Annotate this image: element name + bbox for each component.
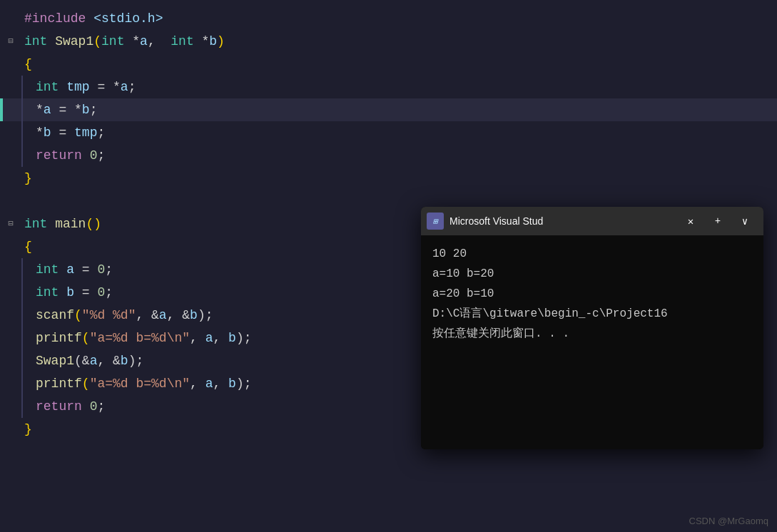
token: "a=%d b=%d\n" (90, 377, 190, 391)
token: int (36, 285, 59, 300)
terminal-add-button[interactable]: + (705, 210, 731, 232)
line-gutter (3, 76, 19, 98)
indent-bar (21, 395, 30, 418)
token: b (228, 377, 236, 391)
token: a (66, 262, 74, 277)
token: Swap1 (36, 354, 74, 368)
token: "a=%d b=%d\n" (90, 331, 190, 345)
terminal-body: 10 20a=10 b=20a=20 b=10D:\C语言\gitware\be… (421, 235, 763, 449)
indent-bar (21, 372, 30, 395)
token: a (159, 308, 167, 322)
code-content: return 0; (30, 144, 777, 167)
terminal-close-button[interactable]: ✕ (678, 210, 704, 232)
code-content: int Swap1(int *a, int *b) (19, 30, 777, 53)
token: return (36, 148, 82, 163)
token: ; (105, 262, 113, 277)
line-gutter (3, 372, 19, 395)
token: ; (128, 80, 136, 94)
code-editor: #include <stdio.h>⊟int Swap1(int *a, int… (0, 0, 777, 532)
indent-bar (21, 121, 30, 144)
collapse-icon[interactable]: ⊟ (8, 30, 13, 53)
token: ; (97, 126, 105, 140)
token (47, 217, 55, 231)
token: int (171, 34, 193, 48)
code-line: ⊟int Swap1(int *a, int *b) (0, 30, 777, 53)
token: , & (97, 354, 120, 368)
token: b (121, 354, 128, 368)
token: ; (105, 285, 113, 300)
token: scanf (36, 308, 74, 322)
indent-bar (21, 144, 30, 167)
token: "%d %d" (82, 308, 136, 322)
collapse-icon[interactable]: ⊟ (8, 213, 13, 235)
line-gutter (3, 281, 19, 304)
line-gutter: ⊟ (3, 30, 19, 53)
code-content: *b = tmp; (30, 121, 777, 144)
token: <stdio.h> (93, 11, 163, 26)
indent-bar (21, 304, 30, 327)
token: 0 (97, 285, 105, 300)
token: = (74, 285, 97, 300)
token (59, 262, 66, 277)
code-line: return 0; (0, 144, 777, 167)
code-line: *b = tmp; (0, 121, 777, 144)
terminal-output-line: a=20 b=10 (432, 284, 752, 304)
code-line: *a = *b; (0, 98, 777, 121)
line-gutter (3, 167, 19, 190)
token: b (44, 126, 51, 140)
line-gutter (3, 190, 19, 213)
token: ); (198, 308, 213, 322)
line-gutter (3, 144, 19, 167)
token: b (228, 331, 236, 345)
token: ) (217, 34, 225, 48)
token: = (74, 262, 97, 277)
token: a (205, 331, 213, 345)
token: ; (90, 103, 98, 117)
indent-bar (21, 281, 30, 304)
terminal-controls: ✕ + ∨ (678, 210, 758, 232)
code-line: { (0, 53, 777, 76)
token: , & (167, 308, 190, 322)
token: , & (136, 308, 158, 322)
token: * (194, 34, 210, 48)
token: a (90, 354, 98, 368)
token: = * (90, 80, 121, 94)
token: ); (236, 331, 252, 345)
token: , (213, 331, 228, 345)
line-gutter (3, 304, 19, 327)
token (59, 285, 66, 300)
token: ; (97, 399, 105, 414)
token: * (36, 126, 44, 140)
token: (& (74, 354, 90, 368)
indent-bar (21, 76, 30, 98)
token: ( (93, 34, 101, 48)
code-content: #include <stdio.h> (19, 7, 777, 30)
token: int (36, 262, 59, 277)
terminal-titlebar: ⊞ Microsoft Visual Stud ✕ + ∨ (421, 207, 763, 235)
token: = (51, 126, 74, 140)
token: () (86, 217, 101, 231)
terminal-title: Microsoft Visual Stud (450, 215, 678, 227)
token: #include (24, 11, 93, 26)
token: printf (36, 331, 82, 345)
token: b (82, 103, 90, 117)
token: a (205, 377, 213, 391)
terminal-chevron-button[interactable]: ∨ (732, 210, 758, 232)
token: , (190, 331, 205, 345)
token: } (24, 422, 32, 436)
token: ( (82, 377, 90, 391)
terminal-output-line: 10 20 (432, 244, 752, 264)
token: a (121, 80, 128, 94)
token: return (36, 399, 82, 414)
token: , (213, 377, 228, 391)
line-gutter (3, 395, 19, 418)
token: b (66, 285, 74, 300)
token: 0 (90, 148, 98, 163)
token: ); (236, 377, 252, 391)
token: ( (82, 331, 90, 345)
code-content: int tmp = *a; (30, 76, 777, 98)
line-gutter (3, 235, 19, 258)
token: ; (97, 148, 105, 163)
code-content: { (19, 53, 777, 76)
token: printf (36, 377, 82, 391)
